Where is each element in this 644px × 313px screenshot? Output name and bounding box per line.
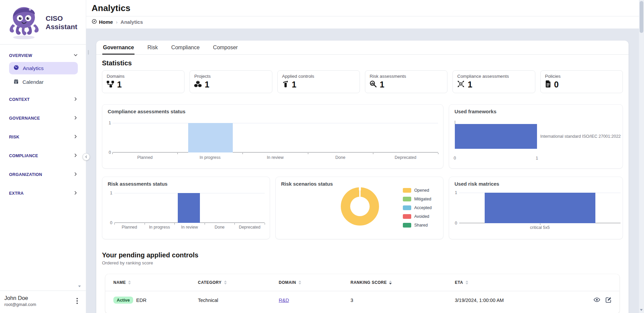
stat-label: Domains	[107, 74, 180, 79]
stat-value: 1	[292, 80, 297, 89]
pending-controls-table: NAME CATEGORY DOMAIN RANKING SCORE	[105, 274, 620, 313]
nav-section-organization: ORGANIZATION	[9, 171, 78, 178]
stat-cards: Domains 1 Projects	[102, 70, 623, 93]
chart-title: Used risk matrices	[454, 181, 617, 187]
content: Governance Risk Compliance Composer Stat…	[86, 28, 644, 313]
x-tick-label: 0	[454, 156, 456, 161]
legend-swatch	[403, 197, 411, 201]
y-axis-max: 1	[108, 191, 112, 195]
y-axis-min: 0	[452, 221, 457, 226]
legend-item-opened[interactable]: Opened	[403, 187, 432, 194]
sidebar-section-overview[interactable]: OVERVIEW	[9, 52, 78, 59]
stat-value: 1	[468, 80, 472, 89]
stat-card-risk-assessments: Risk assessments 1	[365, 70, 447, 93]
table-header-row: NAME CATEGORY DOMAIN RANKING SCORE	[105, 274, 620, 291]
donut-opened-slice[interactable]	[341, 187, 379, 226]
bar-critical-5x5[interactable]	[485, 193, 595, 223]
legend-swatch	[403, 205, 411, 210]
domain-link[interactable]: R&D	[279, 298, 289, 303]
sidebar-collapse-button[interactable]	[83, 153, 90, 161]
bar-in-review[interactable]	[178, 193, 200, 223]
user-name: John Doe	[4, 295, 36, 301]
view-eye-icon[interactable]	[593, 296, 600, 304]
column-header-ranking-score[interactable]: RANKING SCORE	[351, 280, 455, 285]
chart-risk-scenarios-status: Risk scenarios status Opened Mitigated	[275, 177, 443, 239]
x-tick-label: In review	[267, 155, 283, 160]
scrollbar-thumb[interactable]	[640, 1, 643, 33]
legend-item-shared[interactable]: Shared	[403, 222, 432, 229]
pending-controls-subheading: Ordered by ranking score	[102, 260, 623, 265]
column-header-domain[interactable]: DOMAIN	[279, 280, 351, 285]
stat-label: Risk assessments	[370, 74, 443, 79]
stat-label: Applied controls	[282, 74, 355, 79]
page-header: Analytics Home › Analytics	[86, 0, 644, 28]
breadcrumb: Home › Analytics	[86, 16, 644, 28]
y-axis-max: 1	[452, 190, 457, 195]
tab-risk[interactable]: Risk	[147, 41, 158, 55]
breadcrumb-home-label: Home	[99, 19, 113, 25]
x-tick-label: critical 5x5	[530, 225, 550, 230]
sidebar-section-context[interactable]: CONTEXT	[9, 96, 78, 103]
legend-item-avoided[interactable]: Avoided	[403, 213, 432, 220]
page-title: Analytics	[92, 3, 639, 13]
brand-name: CISO Assistant	[46, 14, 79, 31]
sidebar-item-calendar[interactable]: Calendar	[9, 76, 78, 88]
sidebar-section-risk[interactable]: RISK	[9, 133, 78, 141]
chart-risk-assessments-status: Risk assessments status 1 0 Planned In p…	[102, 177, 270, 239]
edit-pencil-icon[interactable]	[605, 296, 612, 304]
sitemap-icon	[107, 80, 114, 89]
chart-title: Used frameworks	[454, 109, 617, 114]
control-eta: 3/19/2024, 1:00:00 AM	[455, 298, 587, 303]
breadcrumb-current: Analytics	[120, 19, 143, 25]
sidebar-section-governance[interactable]: GOVERNANCE	[9, 115, 78, 122]
stat-value: 0	[554, 80, 559, 89]
sort-icon	[224, 280, 227, 285]
legend-item-accepted[interactable]: Accepted	[403, 204, 432, 211]
sidebar-item-analytics[interactable]: Analytics	[9, 62, 78, 74]
tab-composer[interactable]: Composer	[212, 41, 238, 55]
chart-legend: Opened Mitigated Accepted	[403, 187, 432, 230]
user-menu-kebab-icon[interactable]	[74, 296, 80, 306]
chevron-right-icon	[73, 134, 78, 140]
scrollbar-down-arrow-icon[interactable]	[640, 309, 643, 311]
statistics-heading: Statistics	[102, 59, 623, 67]
chart-used-risk-matrices: Used risk matrices 1 0 critical 5x5	[449, 177, 623, 239]
control-ranking-score: 3	[351, 298, 455, 303]
tab-governance[interactable]: Governance	[102, 41, 135, 55]
column-header-name[interactable]: NAME	[113, 280, 198, 285]
stat-value: 1	[117, 80, 122, 89]
main-area: Analytics Home › Analytics Governance Ri…	[86, 0, 644, 313]
column-header-category[interactable]: CATEGORY	[198, 280, 279, 285]
nav-section-compliance: COMPLIANCE	[9, 152, 78, 160]
sort-icon	[466, 280, 468, 285]
bar-in-progress[interactable]	[188, 123, 233, 152]
tab-compliance[interactable]: Compliance	[171, 41, 200, 55]
vertical-scrollbar[interactable]	[639, 0, 644, 313]
status-badge: Active	[113, 297, 133, 304]
legend-item-mitigated[interactable]: Mitigated	[403, 195, 432, 203]
column-header-eta[interactable]: ETA	[455, 280, 587, 285]
fire-extinguisher-icon	[282, 80, 289, 89]
compass-icon	[92, 19, 97, 25]
pending-controls-heading: Your pending applied controls	[102, 251, 623, 259]
sidebar-section-compliance[interactable]: COMPLIANCE	[9, 152, 78, 160]
nav-scroll-down-icon[interactable]	[78, 286, 81, 287]
y-axis-max: 1	[106, 121, 111, 125]
breadcrumb-home[interactable]: Home	[92, 19, 113, 25]
brand[interactable]: CISO Assistant	[0, 0, 86, 44]
section-label: CONTEXT	[9, 97, 30, 102]
section-label: ORGANIZATION	[9, 172, 42, 177]
bar-framework[interactable]	[455, 124, 537, 149]
section-label: EXTRA	[9, 191, 24, 196]
dashboard-card: Governance Risk Compliance Composer Stat…	[96, 41, 629, 313]
section-label: OVERVIEW	[9, 53, 32, 58]
sidebar-section-organization[interactable]: ORGANIZATION	[9, 171, 78, 178]
nav-scrollbar-thumb[interactable]	[88, 50, 89, 55]
stat-card-policies: Policies 0	[540, 70, 623, 93]
stat-value: 1	[380, 80, 384, 89]
sidebar-section-extra[interactable]: EXTRA	[9, 190, 78, 197]
chart-used-frameworks: Used frameworks 0 1 International standa…	[449, 104, 623, 169]
legend-swatch	[403, 188, 411, 193]
x-tick-label: Deprecated	[395, 155, 417, 160]
chevron-right-icon	[73, 97, 78, 103]
